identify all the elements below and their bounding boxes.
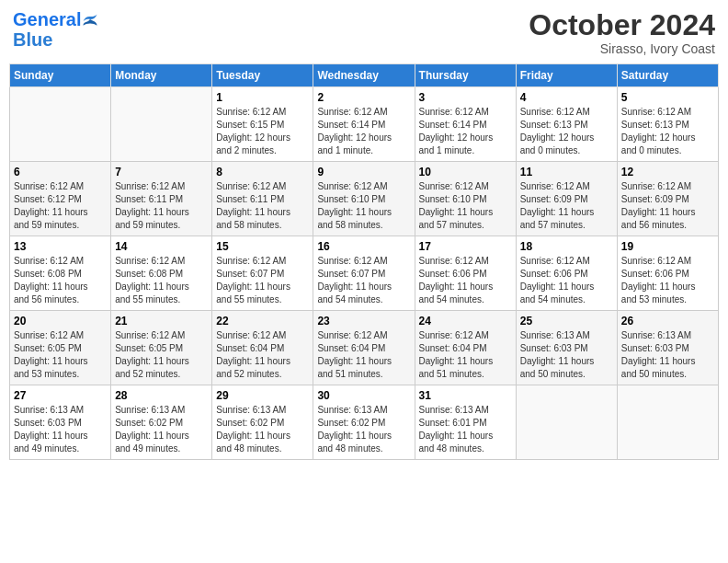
day-number: 22 <box>216 315 309 327</box>
day-cell: 21Sunrise: 6:12 AMSunset: 6:05 PMDayligh… <box>111 311 212 385</box>
day-number: 12 <box>621 166 714 178</box>
day-number: 11 <box>520 166 613 178</box>
week-row-4: 20Sunrise: 6:12 AMSunset: 6:05 PMDayligh… <box>10 311 719 385</box>
day-number: 13 <box>14 240 107 253</box>
day-info: Sunrise: 6:13 AMSunset: 6:03 PMDaylight:… <box>14 404 107 455</box>
logo-blue: Blue <box>13 29 98 50</box>
month-title: October 2024 <box>529 9 715 41</box>
day-number: 29 <box>216 389 309 402</box>
day-info: Sunrise: 6:13 AMSunset: 6:02 PMDaylight:… <box>115 404 208 455</box>
day-number: 14 <box>115 240 208 253</box>
day-info: Sunrise: 6:12 AMSunset: 6:13 PMDaylight:… <box>520 106 613 157</box>
calendar-table: SundayMondayTuesdayWednesdayThursdayFrid… <box>9 63 719 460</box>
page-header: General Blue October 2024 Sirasso, Ivory… <box>9 9 719 56</box>
week-row-5: 27Sunrise: 6:13 AMSunset: 6:03 PMDayligh… <box>10 385 719 460</box>
day-cell: 1Sunrise: 6:12 AMSunset: 6:15 PMDaylight… <box>212 87 313 162</box>
day-info: Sunrise: 6:12 AMSunset: 6:12 PMDaylight:… <box>14 180 107 232</box>
day-info: Sunrise: 6:12 AMSunset: 6:09 PMDaylight:… <box>520 180 613 232</box>
day-number: 24 <box>419 315 512 327</box>
day-number: 23 <box>317 315 410 327</box>
day-info: Sunrise: 6:12 AMSunset: 6:06 PMDaylight:… <box>520 255 613 306</box>
week-row-3: 13Sunrise: 6:12 AMSunset: 6:08 PMDayligh… <box>10 236 719 311</box>
weekday-wednesday: Wednesday <box>313 64 415 87</box>
location: Sirasso, Ivory Coast <box>529 41 715 56</box>
day-number: 31 <box>419 389 512 402</box>
day-info: Sunrise: 6:12 AMSunset: 6:05 PMDaylight:… <box>115 329 208 381</box>
day-cell: 19Sunrise: 6:12 AMSunset: 6:06 PMDayligh… <box>617 236 718 311</box>
day-number: 3 <box>419 91 512 104</box>
day-cell: 12Sunrise: 6:12 AMSunset: 6:09 PMDayligh… <box>617 162 718 236</box>
logo: General Blue <box>13 9 98 50</box>
day-cell <box>516 385 617 460</box>
day-info: Sunrise: 6:12 AMSunset: 6:04 PMDaylight:… <box>216 329 309 381</box>
day-number: 17 <box>419 240 512 253</box>
day-info: Sunrise: 6:12 AMSunset: 6:15 PMDaylight:… <box>216 106 309 157</box>
weekday-monday: Monday <box>111 64 212 87</box>
day-cell: 2Sunrise: 6:12 AMSunset: 6:14 PMDaylight… <box>313 87 415 162</box>
day-number: 27 <box>14 389 107 402</box>
day-info: Sunrise: 6:13 AMSunset: 6:02 PMDaylight:… <box>317 404 410 455</box>
day-cell <box>617 385 718 460</box>
day-number: 19 <box>621 240 714 253</box>
day-cell: 5Sunrise: 6:12 AMSunset: 6:13 PMDaylight… <box>617 87 718 162</box>
day-cell: 26Sunrise: 6:13 AMSunset: 6:03 PMDayligh… <box>617 311 718 385</box>
day-cell: 6Sunrise: 6:12 AMSunset: 6:12 PMDaylight… <box>10 162 111 236</box>
day-cell: 30Sunrise: 6:13 AMSunset: 6:02 PMDayligh… <box>313 385 415 460</box>
day-number: 1 <box>216 91 309 104</box>
day-cell: 31Sunrise: 6:13 AMSunset: 6:01 PMDayligh… <box>415 385 516 460</box>
day-cell: 24Sunrise: 6:12 AMSunset: 6:04 PMDayligh… <box>415 311 516 385</box>
day-cell: 17Sunrise: 6:12 AMSunset: 6:06 PMDayligh… <box>415 236 516 311</box>
day-number: 30 <box>317 389 410 402</box>
day-info: Sunrise: 6:12 AMSunset: 6:05 PMDaylight:… <box>14 329 107 381</box>
day-info: Sunrise: 6:12 AMSunset: 6:14 PMDaylight:… <box>419 106 512 157</box>
logo-text: General <box>13 9 81 29</box>
weekday-sunday: Sunday <box>10 64 111 87</box>
day-cell <box>111 87 212 162</box>
day-cell: 7Sunrise: 6:12 AMSunset: 6:11 PMDaylight… <box>111 162 212 236</box>
day-number: 18 <box>520 240 613 253</box>
day-info: Sunrise: 6:12 AMSunset: 6:04 PMDaylight:… <box>419 329 512 381</box>
day-cell: 13Sunrise: 6:12 AMSunset: 6:08 PMDayligh… <box>10 236 111 311</box>
day-cell: 14Sunrise: 6:12 AMSunset: 6:08 PMDayligh… <box>111 236 212 311</box>
day-cell: 20Sunrise: 6:12 AMSunset: 6:05 PMDayligh… <box>10 311 111 385</box>
title-area: October 2024 Sirasso, Ivory Coast <box>529 9 715 56</box>
week-row-1: 1Sunrise: 6:12 AMSunset: 6:15 PMDaylight… <box>10 87 719 162</box>
day-number: 8 <box>216 166 309 178</box>
day-info: Sunrise: 6:12 AMSunset: 6:06 PMDaylight:… <box>621 255 714 306</box>
day-number: 25 <box>520 315 613 327</box>
day-cell: 27Sunrise: 6:13 AMSunset: 6:03 PMDayligh… <box>10 385 111 460</box>
day-number: 10 <box>419 166 512 178</box>
day-info: Sunrise: 6:12 AMSunset: 6:10 PMDaylight:… <box>419 180 512 232</box>
weekday-tuesday: Tuesday <box>212 64 313 87</box>
day-number: 4 <box>520 91 613 104</box>
day-cell: 4Sunrise: 6:12 AMSunset: 6:13 PMDaylight… <box>516 87 617 162</box>
day-info: Sunrise: 6:12 AMSunset: 6:13 PMDaylight:… <box>621 106 714 157</box>
day-info: Sunrise: 6:12 AMSunset: 6:04 PMDaylight:… <box>317 329 410 381</box>
day-number: 9 <box>317 166 410 178</box>
day-cell: 10Sunrise: 6:12 AMSunset: 6:10 PMDayligh… <box>415 162 516 236</box>
day-info: Sunrise: 6:13 AMSunset: 6:02 PMDaylight:… <box>216 404 309 455</box>
weekday-thursday: Thursday <box>415 64 516 87</box>
day-cell: 15Sunrise: 6:12 AMSunset: 6:07 PMDayligh… <box>212 236 313 311</box>
day-number: 15 <box>216 240 309 253</box>
day-cell: 8Sunrise: 6:12 AMSunset: 6:11 PMDaylight… <box>212 162 313 236</box>
day-info: Sunrise: 6:12 AMSunset: 6:08 PMDaylight:… <box>115 255 208 306</box>
day-info: Sunrise: 6:13 AMSunset: 6:01 PMDaylight:… <box>419 404 512 455</box>
day-info: Sunrise: 6:12 AMSunset: 6:11 PMDaylight:… <box>216 180 309 232</box>
day-cell: 16Sunrise: 6:12 AMSunset: 6:07 PMDayligh… <box>313 236 415 311</box>
day-number: 2 <box>317 91 410 104</box>
weekday-header-row: SundayMondayTuesdayWednesdayThursdayFrid… <box>10 64 719 87</box>
day-number: 6 <box>14 166 107 178</box>
day-info: Sunrise: 6:12 AMSunset: 6:07 PMDaylight:… <box>216 255 309 306</box>
weekday-saturday: Saturday <box>617 64 718 87</box>
day-number: 7 <box>115 166 208 178</box>
day-cell <box>10 87 111 162</box>
day-info: Sunrise: 6:12 AMSunset: 6:09 PMDaylight:… <box>621 180 714 232</box>
day-info: Sunrise: 6:12 AMSunset: 6:11 PMDaylight:… <box>115 180 208 232</box>
day-cell: 3Sunrise: 6:12 AMSunset: 6:14 PMDaylight… <box>415 87 516 162</box>
day-cell: 25Sunrise: 6:13 AMSunset: 6:03 PMDayligh… <box>516 311 617 385</box>
day-info: Sunrise: 6:12 AMSunset: 6:14 PMDaylight:… <box>317 106 410 157</box>
day-cell: 28Sunrise: 6:13 AMSunset: 6:02 PMDayligh… <box>111 385 212 460</box>
day-number: 5 <box>621 91 714 104</box>
week-row-2: 6Sunrise: 6:12 AMSunset: 6:12 PMDaylight… <box>10 162 719 236</box>
